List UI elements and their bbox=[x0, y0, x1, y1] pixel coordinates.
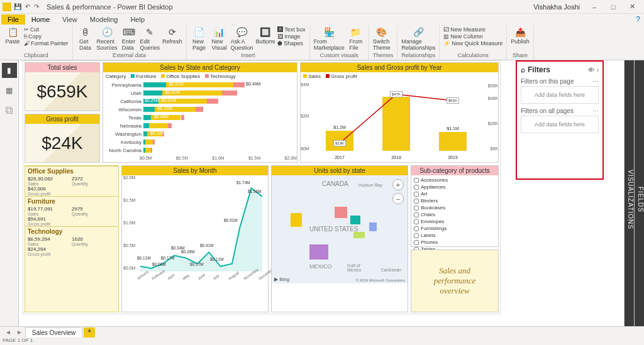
publish-button[interactable]: 📤Publish bbox=[511, 26, 530, 45]
ribbon: 📋Paste ✂ Cut ⎘ Copy 🖌 Format Painter Cli… bbox=[0, 25, 644, 60]
status-bar: PAGE 1 OF 1 bbox=[0, 337, 644, 345]
map-units-by-state[interactable]: Units sold by state + – CANADA Hudson Ba… bbox=[271, 165, 408, 312]
chart-sales-by-state[interactable]: Sales by State and Category Category Fur… bbox=[103, 62, 297, 163]
slicer-item[interactable]: Envelopes bbox=[414, 218, 496, 225]
ribbon-insert: 📄New Page 📊New Visual 💬Ask A Question 🔲B… bbox=[187, 25, 310, 60]
modeling-tab[interactable]: Modeling bbox=[84, 14, 125, 25]
page-prev[interactable]: ◄ bbox=[3, 329, 14, 336]
view-tab[interactable]: View bbox=[56, 14, 84, 25]
ribbon-externaldata: 🛢Get Data 🕘Recent Sources ⌨Enter Data ✎E… bbox=[73, 25, 187, 60]
page-next[interactable]: ► bbox=[14, 329, 25, 336]
titlebar: 💾 ↶ ↷ Sales & performance - Power BI Des… bbox=[0, 0, 644, 14]
slicer-item[interactable]: Accessories bbox=[414, 177, 496, 183]
map-zoom-in[interactable]: + bbox=[392, 179, 404, 190]
view-rail: ▮ ▦ ⿻ bbox=[0, 60, 19, 326]
report-canvas[interactable]: Total sales $659K Gross profit $24K Sale… bbox=[19, 60, 624, 326]
buttons-button[interactable]: 🔲Buttons bbox=[256, 26, 275, 45]
filters-header: ⌕ Filters 👁 › bbox=[521, 65, 599, 74]
slicer-item[interactable]: Binders bbox=[414, 197, 496, 204]
slicer-subcategory[interactable]: Sub-category of products AccessoriesAppl… bbox=[411, 165, 499, 247]
bing-logo: ▶ Bing bbox=[274, 277, 289, 282]
map-zoom-out[interactable]: – bbox=[392, 193, 404, 204]
ribbon-share: 📤Publish Share bbox=[507, 25, 534, 60]
ribbon-themes: 🎨Switch Theme Themes bbox=[369, 25, 398, 60]
slicer-item[interactable]: Chairs bbox=[414, 211, 496, 218]
data-view-button[interactable]: ▦ bbox=[2, 83, 17, 98]
enter-data-button[interactable]: ⌨Enter Data bbox=[120, 26, 138, 51]
home-tab[interactable]: Home bbox=[25, 14, 56, 25]
shapes-button[interactable]: ⬟ Shapes bbox=[277, 40, 306, 47]
menu-bar: File Home View Modeling Help ? bbox=[0, 14, 644, 25]
report-view-button[interactable]: ▮ bbox=[2, 63, 17, 78]
chart-legend: Category Furniture Office Supplies Techn… bbox=[103, 72, 297, 80]
get-data-button[interactable]: 🛢Get Data bbox=[77, 26, 94, 51]
cut-button[interactable]: ✂ Cut bbox=[24, 26, 69, 33]
ribbon-calculations: 🗠 New Measure ▥ New Column ⚡ New Quick M… bbox=[440, 25, 507, 60]
new-measure-button[interactable]: 🗠 New Measure bbox=[443, 26, 502, 33]
ask-question-button[interactable]: 💬Ask A Question bbox=[231, 26, 253, 51]
model-view-button[interactable]: ⿻ bbox=[2, 103, 17, 118]
app-icon bbox=[3, 3, 11, 11]
minimize-button[interactable]: – bbox=[585, 3, 604, 11]
from-file-button[interactable]: 📁From File bbox=[347, 26, 365, 51]
page-tab-1[interactable]: Sales Overview bbox=[25, 327, 82, 337]
paste-button[interactable]: 📋Paste bbox=[4, 26, 21, 45]
visualizations-pane-collapsed[interactable]: VISUALIZATIONS bbox=[624, 60, 634, 326]
help-icon[interactable]: ? bbox=[636, 15, 640, 24]
ribbon-relationships: 🔗Manage Relationships Relationships bbox=[397, 25, 440, 60]
manage-relationships-button[interactable]: 🔗Manage Relationships bbox=[401, 26, 435, 51]
new-column-button[interactable]: ▥ New Column bbox=[443, 33, 502, 40]
matrix-category-summary[interactable]: Office Supplies $28,30,0822372 SalesQuan… bbox=[25, 165, 119, 312]
add-page-button[interactable]: + bbox=[84, 327, 95, 337]
maximize-button[interactable]: □ bbox=[604, 3, 623, 11]
slicer-item[interactable]: Labels bbox=[414, 232, 496, 239]
textbox-button[interactable]: 🅰 Text box bbox=[277, 26, 306, 33]
file-tab[interactable]: File bbox=[1, 14, 25, 25]
kpi-total-sales[interactable]: Total sales $659K bbox=[25, 62, 100, 111]
textbox-title[interactable]: Sales and performance overview bbox=[411, 249, 499, 312]
ribbon-clipboard: 📋Paste ✂ Cut ⎘ Copy 🖌 Format Painter Cli… bbox=[0, 25, 73, 60]
window-title: Sales & performance - Power BI Desktop bbox=[47, 3, 173, 11]
image-button[interactable]: 🖼 Image bbox=[277, 33, 306, 40]
new-visual-button[interactable]: 📊New Visual bbox=[211, 26, 228, 51]
page-filters-well[interactable]: Add data fields here bbox=[521, 86, 599, 104]
recent-sources-button[interactable]: 🕘Recent Sources bbox=[97, 26, 118, 51]
chart-sales-profit-year[interactable]: Sales and Gross profit by Year Sales Gro… bbox=[300, 62, 499, 163]
new-quick-measure-button[interactable]: ⚡ New Quick Measure bbox=[443, 40, 502, 47]
slicer-item[interactable]: Art bbox=[414, 190, 496, 197]
ribbon-custom: 🏪From Marketplace 📁From File Custom visu… bbox=[310, 25, 369, 60]
page-tabs: ◄ ► Sales Overview + bbox=[0, 326, 644, 337]
eye-icon[interactable]: 👁 bbox=[588, 67, 594, 74]
fields-pane-collapsed[interactable]: FIELDS bbox=[634, 60, 644, 326]
refresh-button[interactable]: ⟳Refresh bbox=[162, 26, 182, 45]
allpages-filters-well[interactable]: Add data fields here bbox=[521, 116, 599, 133]
map-copyright: © 2019 Microsoft Corporation bbox=[356, 278, 405, 282]
kpi-gross-profit[interactable]: Gross profit $24K bbox=[25, 114, 100, 163]
save-icon[interactable]: 💾 bbox=[14, 3, 21, 10]
redo-icon[interactable]: ↷ bbox=[34, 3, 39, 10]
report-page: Total sales $659K Gross profit $24K Sale… bbox=[23, 60, 501, 314]
chevron-right-icon[interactable]: › bbox=[597, 67, 599, 74]
slicer-item[interactable]: Phones bbox=[414, 239, 496, 246]
from-marketplace-button[interactable]: 🏪From Marketplace bbox=[314, 26, 345, 51]
edit-queries-button[interactable]: ✎Edit Queries bbox=[140, 26, 160, 51]
slicer-item[interactable]: Bookcases bbox=[414, 204, 496, 211]
copy-button[interactable]: ⎘ Copy bbox=[24, 33, 69, 40]
filter-icon: ⌕ bbox=[521, 65, 525, 74]
help-tab[interactable]: Help bbox=[124, 14, 151, 25]
undo-icon[interactable]: ↶ bbox=[25, 3, 30, 10]
user-name[interactable]: Vishakha Joshi bbox=[533, 3, 580, 11]
quick-access-toolbar: 💾 ↶ ↷ bbox=[14, 3, 39, 10]
close-button[interactable]: ✕ bbox=[623, 3, 641, 11]
filters-pane: ⌕ Filters 👁 › Filters on this page⋯ Add … bbox=[516, 60, 604, 180]
format-painter-button[interactable]: 🖌 Format Painter bbox=[24, 40, 69, 47]
new-page-button[interactable]: 📄New Page bbox=[191, 26, 208, 51]
slicer-item[interactable]: Furnishings bbox=[414, 225, 496, 232]
chart-sales-by-month[interactable]: Sales by Month $2.0M $1.5M $1.0M $0.5M $… bbox=[121, 165, 269, 312]
switch-theme-button[interactable]: 🎨Switch Theme bbox=[373, 26, 391, 51]
slicer-item[interactable]: Appliances bbox=[414, 183, 496, 190]
main-area: ▮ ▦ ⿻ Total sales $659K Gross profit $24… bbox=[0, 60, 644, 326]
